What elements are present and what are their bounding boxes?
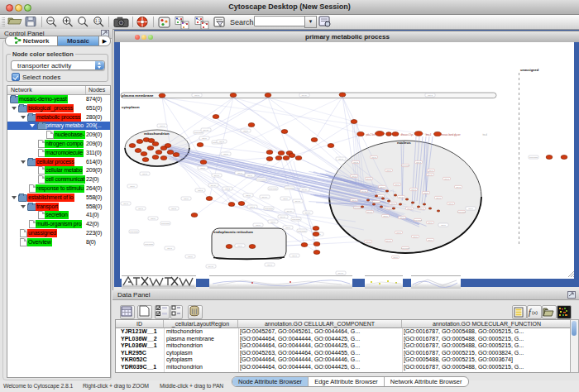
svg-text:lab-d: lab-d [151,218,156,220]
svg-text:mir-b: mir-b [338,158,343,160]
svg-text:pht-2: pht-2 [225,188,230,190]
svg-text:lab-d: lab-d [428,222,433,224]
svg-text:slc-a4: slc-a4 [302,189,308,191]
svg-text:GO-band: GO-band [161,222,170,225]
svg-text:pht-2: pht-2 [160,125,165,127]
svg-text:mir-b: mir-b [352,199,356,202]
svg-text:GO-band: GO-band [194,131,203,134]
svg-text:slc-a4: slc-a4 [428,174,433,176]
svg-text:lab-d: lab-d [383,215,388,218]
svg-text:slc-a4: slc-a4 [280,216,286,218]
svg-text:lab-d: lab-d [428,239,433,241]
svg-text:pht-2: pht-2 [198,189,203,192]
svg-text:pht-2: pht-2 [142,173,147,175]
svg-text:GO-band: GO-band [265,208,274,210]
svg-text:slc-a4: slc-a4 [399,196,404,198]
svg-text:mir-b: mir-b [138,208,143,210]
svg-text:dhw-acc1 lys: dhw-acc1 lys [401,133,414,136]
svg-text:slc-a4: slc-a4 [211,184,217,187]
svg-text:mir-b: mir-b [366,241,371,243]
svg-text:pht-2: pht-2 [416,161,421,164]
svg-text:lab-d: lab-d [270,221,275,223]
svg-text:slc-a4: slc-a4 [361,190,367,193]
svg-text:lab-d: lab-d [395,184,400,186]
svg-text:pht-2: pht-2 [194,94,199,97]
svg-text:slc-a4: slc-a4 [367,211,373,213]
svg-text:lab-d: lab-d [130,185,135,188]
svg-text:mir-b: mir-b [407,208,412,210]
svg-text:mir-b: mir-b [419,208,424,210]
svg-text:slc-a4: slc-a4 [214,174,220,177]
svg-text:mitochondrion: mitochondrion [144,131,170,136]
svg-text:mir-b: mir-b [444,178,449,180]
svg-text:lab-d: lab-d [223,153,228,155]
svg-text:(x): (x) [532,310,538,315]
svg-text:slc-a4: slc-a4 [287,210,293,213]
svg-text:slc-a4: slc-a4 [203,129,209,131]
svg-text:mir-b: mir-b [247,174,252,177]
svg-text:GO-band: GO-band [385,208,394,210]
svg-text:pht-2: pht-2 [428,94,433,97]
svg-text:GO-band: GO-band [285,187,294,189]
svg-text:slc-a4: slc-a4 [208,265,214,268]
svg-text:pht-2: pht-2 [390,203,395,205]
svg-text:mir-b: mir-b [428,170,433,172]
svg-text:GO-band: GO-band [353,207,362,209]
svg-text:endoplasmic reticulum: endoplasmic reticulum [213,230,253,234]
svg-text:nucleus: nucleus [397,141,411,145]
svg-text:1:1: 1:1 [95,19,101,23]
svg-text:GO-band: GO-band [401,247,410,250]
svg-text:slc-a4: slc-a4 [305,212,311,214]
svg-text:mir-b: mir-b [448,203,453,205]
svg-text:slc-a4: slc-a4 [366,178,372,180]
svg-text:lab-d: lab-d [283,198,288,200]
svg-text:slc-a4: slc-a4 [386,240,392,242]
svg-text:lab-d: lab-d [468,208,473,210]
svg-text:lab-d: lab-d [441,224,446,227]
svg-text:pda-2 krs: pda-2 krs [366,133,376,136]
svg-text:GO-band: GO-band [529,156,538,159]
svg-text:mir-b: mir-b [123,203,128,205]
svg-text:pht-2: pht-2 [353,161,358,164]
svg-text:slc-a4: slc-a4 [302,94,308,97]
svg-text:lab-d: lab-d [393,256,398,259]
svg-text:mir-b: mir-b [380,186,385,189]
svg-text:lab-d: lab-d [246,194,251,197]
svg-text:GO-band: GO-band [401,165,410,167]
svg-text:lab-d: lab-d [243,130,248,132]
svg-text:GO-band: GO-band [257,179,266,181]
svg-text:slc-a4: slc-a4 [295,200,301,203]
svg-text:bna-4: bna-4 [426,133,432,136]
svg-text:lab-d: lab-d [396,232,401,234]
svg-text:lab-d: lab-d [184,198,189,200]
svg-text:mir-b: mir-b [436,197,441,199]
svg-text:mir-b: mir-b [411,189,416,191]
svg-text:GO-band: GO-band [292,218,301,221]
svg-text:mir-b: mir-b [456,186,461,189]
svg-text:lab-d: lab-d [423,192,428,194]
svg-text:pht-2: pht-2 [371,156,376,159]
svg-text:pht-2: pht-2 [219,141,224,143]
svg-text:mir-b: mir-b [267,264,272,266]
svg-text:GO-band: GO-band [269,188,278,190]
svg-text:lab-d: lab-d [256,224,261,227]
svg-text:GO-band: GO-band [130,231,139,233]
svg-text:plasma membrane: plasma membrane [122,93,154,98]
svg-text:slc-a4: slc-a4 [262,196,268,198]
svg-text:GO-band: GO-band [457,211,467,213]
svg-text:pht-2: pht-2 [171,208,176,210]
svg-text:slc-a4: slc-a4 [338,272,344,275]
svg-text:unassigned: unassigned [520,68,539,72]
svg-text:mir-b: mir-b [167,247,172,250]
svg-text:lab-d: lab-d [188,256,193,258]
svg-text:lab-d: lab-d [413,236,418,238]
svg-text:pht-2: pht-2 [250,206,255,208]
svg-text:mir-b: mir-b [400,217,404,219]
svg-text:GO-band: GO-band [145,243,154,246]
svg-text:mir-b: mir-b [292,255,297,257]
svg-text:mosaic-band gly-ser: mosaic-band gly-ser [441,133,460,136]
svg-text:lab-d: lab-d [386,170,391,172]
svg-text:cytoplasm: cytoplasm [122,105,140,109]
svg-text:lab-d: lab-d [200,167,205,170]
svg-text:trx-d: trx-d [482,133,487,136]
